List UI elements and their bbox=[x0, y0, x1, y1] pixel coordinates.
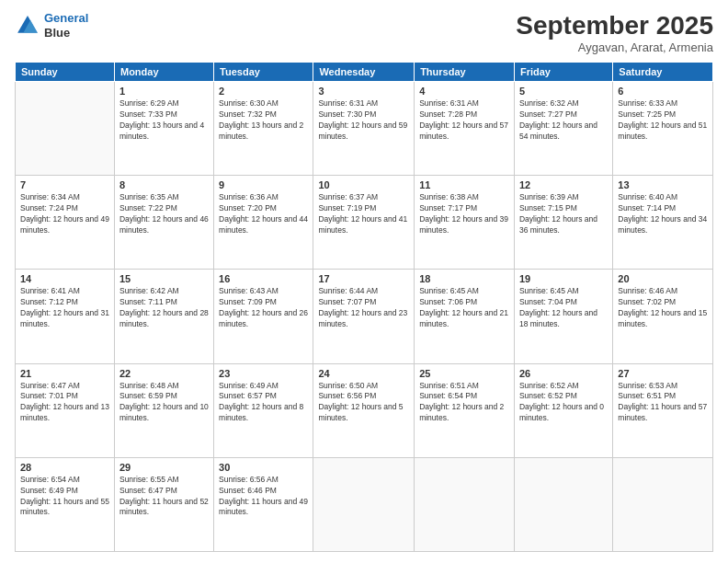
day-number: 8 bbox=[119, 179, 209, 190]
weekday-header-tuesday: Tuesday bbox=[214, 63, 313, 82]
weekday-header-saturday: Saturday bbox=[613, 63, 713, 82]
day-number: 11 bbox=[419, 179, 509, 190]
calendar-cell: 11Sunrise: 6:38 AMSunset: 7:17 PMDayligh… bbox=[415, 176, 515, 270]
day-number: 1 bbox=[119, 86, 209, 97]
day-number: 10 bbox=[318, 179, 409, 190]
day-number: 30 bbox=[219, 462, 308, 473]
calendar-cell: 8Sunrise: 6:35 AMSunset: 7:22 PMDaylight… bbox=[114, 176, 213, 270]
day-info: Sunrise: 6:45 AMSunset: 7:04 PMDaylight:… bbox=[519, 286, 608, 330]
calendar-cell: 2Sunrise: 6:30 AMSunset: 7:32 PMDaylight… bbox=[214, 82, 313, 176]
weekday-header-sunday: Sunday bbox=[16, 63, 115, 82]
day-info: Sunrise: 6:46 AMSunset: 7:02 PMDaylight:… bbox=[618, 286, 708, 330]
calendar-cell: 30Sunrise: 6:56 AMSunset: 6:46 PMDayligh… bbox=[214, 457, 313, 551]
header: General Blue September 2025 Aygavan, Ara… bbox=[15, 11, 713, 54]
day-info: Sunrise: 6:31 AMSunset: 7:30 PMDaylight:… bbox=[318, 98, 409, 143]
calendar-cell: 14Sunrise: 6:41 AMSunset: 7:12 PMDayligh… bbox=[16, 270, 115, 363]
calendar-table: SundayMondayTuesdayWednesdayThursdayFrid… bbox=[15, 62, 713, 552]
weekday-header-wednesday: Wednesday bbox=[313, 63, 415, 82]
day-info: Sunrise: 6:40 AMSunset: 7:14 PMDaylight:… bbox=[618, 192, 708, 236]
day-info: Sunrise: 6:49 AMSunset: 6:57 PMDaylight:… bbox=[219, 381, 308, 425]
calendar-cell: 22Sunrise: 6:48 AMSunset: 6:59 PMDayligh… bbox=[114, 363, 213, 457]
day-info: Sunrise: 6:31 AMSunset: 7:28 PMDaylight:… bbox=[419, 98, 509, 143]
day-info: Sunrise: 6:34 AMSunset: 7:24 PMDaylight:… bbox=[20, 192, 109, 236]
calendar-cell: 10Sunrise: 6:37 AMSunset: 7:19 PMDayligh… bbox=[313, 176, 415, 270]
calendar-cell bbox=[514, 457, 612, 551]
calendar-cell: 16Sunrise: 6:43 AMSunset: 7:09 PMDayligh… bbox=[214, 270, 313, 363]
day-number: 2 bbox=[219, 86, 308, 97]
calendar-week-3: 14Sunrise: 6:41 AMSunset: 7:12 PMDayligh… bbox=[16, 270, 713, 363]
calendar-cell: 29Sunrise: 6:55 AMSunset: 6:47 PMDayligh… bbox=[114, 457, 213, 551]
title-block: September 2025 Aygavan, Ararat, Armenia bbox=[516, 11, 713, 54]
calendar-cell: 4Sunrise: 6:31 AMSunset: 7:28 PMDaylight… bbox=[415, 82, 515, 176]
calendar-cell: 15Sunrise: 6:42 AMSunset: 7:11 PMDayligh… bbox=[114, 270, 213, 363]
day-number: 28 bbox=[20, 462, 109, 473]
calendar-cell: 13Sunrise: 6:40 AMSunset: 7:14 PMDayligh… bbox=[613, 176, 713, 270]
day-info: Sunrise: 6:54 AMSunset: 6:49 PMDaylight:… bbox=[20, 475, 109, 519]
day-info: Sunrise: 6:55 AMSunset: 6:47 PMDaylight:… bbox=[119, 475, 209, 519]
calendar-week-1: 1Sunrise: 6:29 AMSunset: 7:33 PMDaylight… bbox=[16, 82, 713, 176]
month-title: September 2025 bbox=[516, 11, 713, 40]
day-info: Sunrise: 6:44 AMSunset: 7:07 PMDaylight:… bbox=[318, 286, 409, 330]
day-info: Sunrise: 6:32 AMSunset: 7:27 PMDaylight:… bbox=[519, 98, 608, 143]
day-number: 20 bbox=[618, 273, 708, 284]
location: Aygavan, Ararat, Armenia bbox=[516, 40, 713, 54]
calendar-cell bbox=[415, 457, 515, 551]
day-info: Sunrise: 6:41 AMSunset: 7:12 PMDaylight:… bbox=[20, 286, 109, 330]
day-info: Sunrise: 6:37 AMSunset: 7:19 PMDaylight:… bbox=[318, 192, 409, 236]
calendar-cell: 7Sunrise: 6:34 AMSunset: 7:24 PMDaylight… bbox=[16, 176, 115, 270]
calendar-week-4: 21Sunrise: 6:47 AMSunset: 7:01 PMDayligh… bbox=[16, 363, 713, 457]
day-number: 3 bbox=[318, 86, 409, 97]
page: General Blue September 2025 Aygavan, Ara… bbox=[0, 0, 728, 563]
calendar-cell: 3Sunrise: 6:31 AMSunset: 7:30 PMDaylight… bbox=[313, 82, 415, 176]
calendar-cell: 18Sunrise: 6:45 AMSunset: 7:06 PMDayligh… bbox=[415, 270, 515, 363]
logo-line1: General bbox=[44, 11, 88, 25]
day-number: 15 bbox=[119, 273, 209, 284]
day-number: 24 bbox=[318, 368, 409, 379]
day-number: 5 bbox=[519, 86, 608, 97]
day-info: Sunrise: 6:52 AMSunset: 6:52 PMDaylight:… bbox=[519, 381, 608, 425]
day-info: Sunrise: 6:51 AMSunset: 6:54 PMDaylight:… bbox=[419, 381, 509, 425]
calendar-cell: 25Sunrise: 6:51 AMSunset: 6:54 PMDayligh… bbox=[415, 363, 515, 457]
day-info: Sunrise: 6:29 AMSunset: 7:33 PMDaylight:… bbox=[119, 98, 209, 143]
day-number: 12 bbox=[519, 179, 608, 190]
day-info: Sunrise: 6:38 AMSunset: 7:17 PMDaylight:… bbox=[419, 192, 509, 236]
logo-line2: Blue bbox=[44, 26, 88, 40]
day-info: Sunrise: 6:42 AMSunset: 7:11 PMDaylight:… bbox=[119, 286, 209, 330]
calendar-cell: 12Sunrise: 6:39 AMSunset: 7:15 PMDayligh… bbox=[514, 176, 612, 270]
day-info: Sunrise: 6:36 AMSunset: 7:20 PMDaylight:… bbox=[219, 192, 308, 236]
calendar-cell: 5Sunrise: 6:32 AMSunset: 7:27 PMDaylight… bbox=[514, 82, 612, 176]
day-number: 17 bbox=[318, 273, 409, 284]
day-number: 16 bbox=[219, 273, 308, 284]
day-number: 29 bbox=[119, 462, 209, 473]
day-number: 13 bbox=[618, 179, 708, 190]
day-number: 26 bbox=[519, 368, 608, 379]
day-info: Sunrise: 6:48 AMSunset: 6:59 PMDaylight:… bbox=[119, 381, 209, 425]
day-number: 22 bbox=[119, 368, 209, 379]
day-info: Sunrise: 6:30 AMSunset: 7:32 PMDaylight:… bbox=[219, 98, 308, 143]
day-info: Sunrise: 6:43 AMSunset: 7:09 PMDaylight:… bbox=[219, 286, 308, 330]
calendar-cell: 26Sunrise: 6:52 AMSunset: 6:52 PMDayligh… bbox=[514, 363, 612, 457]
day-number: 19 bbox=[519, 273, 608, 284]
day-info: Sunrise: 6:39 AMSunset: 7:15 PMDaylight:… bbox=[519, 192, 608, 236]
calendar-cell: 21Sunrise: 6:47 AMSunset: 7:01 PMDayligh… bbox=[16, 363, 115, 457]
day-number: 18 bbox=[419, 273, 509, 284]
calendar-week-2: 7Sunrise: 6:34 AMSunset: 7:24 PMDaylight… bbox=[16, 176, 713, 270]
day-info: Sunrise: 6:47 AMSunset: 7:01 PMDaylight:… bbox=[20, 381, 109, 425]
calendar-cell: 9Sunrise: 6:36 AMSunset: 7:20 PMDaylight… bbox=[214, 176, 313, 270]
day-number: 4 bbox=[419, 86, 509, 97]
calendar-cell: 28Sunrise: 6:54 AMSunset: 6:49 PMDayligh… bbox=[16, 457, 115, 551]
calendar-cell: 6Sunrise: 6:33 AMSunset: 7:25 PMDaylight… bbox=[613, 82, 713, 176]
calendar-cell: 24Sunrise: 6:50 AMSunset: 6:56 PMDayligh… bbox=[313, 363, 415, 457]
calendar-cell bbox=[613, 457, 713, 551]
calendar-cell: 19Sunrise: 6:45 AMSunset: 7:04 PMDayligh… bbox=[514, 270, 612, 363]
calendar-cell: 17Sunrise: 6:44 AMSunset: 7:07 PMDayligh… bbox=[313, 270, 415, 363]
day-number: 14 bbox=[20, 273, 109, 284]
day-info: Sunrise: 6:50 AMSunset: 6:56 PMDaylight:… bbox=[318, 381, 409, 425]
calendar-cell: 23Sunrise: 6:49 AMSunset: 6:57 PMDayligh… bbox=[214, 363, 313, 457]
day-number: 9 bbox=[219, 179, 308, 190]
day-info: Sunrise: 6:33 AMSunset: 7:25 PMDaylight:… bbox=[618, 98, 708, 143]
day-number: 25 bbox=[419, 368, 509, 379]
calendar-cell: 20Sunrise: 6:46 AMSunset: 7:02 PMDayligh… bbox=[613, 270, 713, 363]
day-number: 7 bbox=[20, 179, 109, 190]
logo-icon bbox=[15, 13, 40, 39]
